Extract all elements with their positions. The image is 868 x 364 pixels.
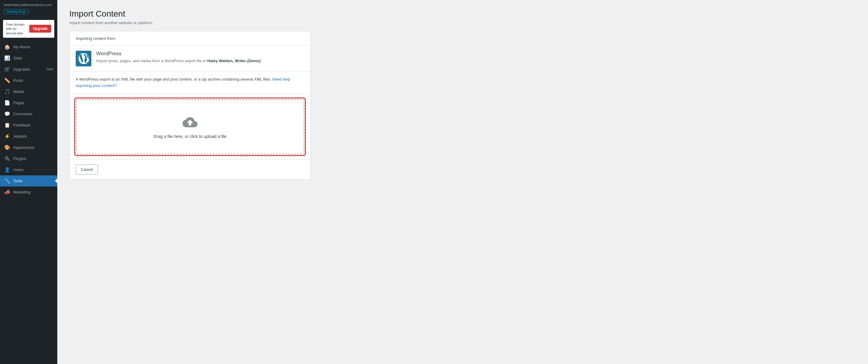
sidebar-item-pages[interactable]: 📄Pages xyxy=(0,97,57,108)
importing-from-section: Importing content from: xyxy=(70,31,310,46)
sidebar-item-media[interactable]: 🎵Media xyxy=(0,86,57,97)
importing-from-label: Importing content from: xyxy=(76,36,304,41)
upload-section: Drag a file here, or click to upload a f… xyxy=(70,94,310,160)
sidebar-item-stats[interactable]: 📊Stats xyxy=(0,53,57,64)
upload-text: Drag a file here, or click to upload a f… xyxy=(82,134,298,139)
actions-section: Cancel xyxy=(70,160,310,179)
cancel-button[interactable]: Cancel xyxy=(76,165,98,174)
sidebar-item-label-media: Media xyxy=(13,89,24,94)
sidebar-item-label-upgrades: Upgrades xyxy=(13,67,30,72)
sidebar-item-marketing[interactable]: 📣Marketing xyxy=(0,187,57,198)
wordpress-icon xyxy=(78,53,89,64)
plugins-icon: 🔌 xyxy=(4,156,10,162)
platform-info: WordPress Import posts, pages, and media… xyxy=(96,51,304,64)
content-card: Importing content from: WordPress Import… xyxy=(69,31,311,179)
pages-icon: 📄 xyxy=(4,100,10,106)
platform-desc-before: Import posts, pages, and media from a Wo… xyxy=(96,59,207,63)
sidebar-item-jetpack[interactable]: ⚡Jetpack xyxy=(0,131,57,142)
sidebar-item-comments[interactable]: 💬Comments xyxy=(0,108,57,119)
sidebar-item-label-my-home: My Home xyxy=(13,45,30,49)
sidebar-item-badge-upgrades: Free xyxy=(46,67,53,71)
platform-desc-bold: Haley Walden, Writer (Demo) xyxy=(207,59,260,63)
xml-info-text: A WordPress export is an XML file with y… xyxy=(76,76,304,89)
stats-icon: 📊 xyxy=(4,55,10,61)
sidebar-item-label-plugins: Plugins xyxy=(13,156,26,161)
comments-icon: 💬 xyxy=(4,111,10,117)
posts-icon: ✏️ xyxy=(4,78,10,83)
sidebar-item-label-appearance: Appearance xyxy=(13,145,34,150)
sidebar-item-label-comments: Comments xyxy=(13,112,32,116)
tools-icon: 🔧 xyxy=(4,178,10,184)
sidebar-item-posts[interactable]: ✏️Posts xyxy=(0,75,57,86)
platform-name: WordPress xyxy=(96,51,304,57)
sidebar: writerhaley.haldonwirdpress.com Coming S… xyxy=(0,0,57,364)
site-name: writerhaley.haldonwirdpress.com xyxy=(4,3,54,7)
xml-info-section: A WordPress export is an XML file with y… xyxy=(70,72,310,94)
sidebar-item-appearance[interactable]: 🎨Appearance xyxy=(0,142,57,153)
sidebar-top: writerhaley.haldonwirdpress.com Coming S… xyxy=(0,0,57,18)
sidebar-item-upgrades[interactable]: 🛒UpgradesFree xyxy=(0,64,57,75)
platform-row: WordPress Import posts, pages, and media… xyxy=(70,46,310,72)
my-home-icon: 🏠 xyxy=(4,44,10,50)
wordpress-logo xyxy=(76,51,91,66)
sidebar-item-feedback[interactable]: 📋Feedback xyxy=(0,119,57,131)
sidebar-item-label-pages: Pages xyxy=(13,101,25,105)
upgrade-banner: Free domain with an annual plan Upgrade xyxy=(3,20,54,38)
sidebar-item-tools[interactable]: 🔧Tools xyxy=(0,175,57,187)
platform-desc-after: . xyxy=(260,59,262,63)
sidebar-item-label-marketing: Marketing xyxy=(13,190,30,194)
page-subtitle: Import content from another website or p… xyxy=(69,21,856,25)
main-content: Import Content Import content from anoth… xyxy=(57,0,868,364)
sidebar-item-label-posts: Posts xyxy=(13,78,23,83)
upgrade-text: Free domain with an annual plan xyxy=(6,22,27,35)
coming-soon-badge: Coming Soon xyxy=(4,9,29,14)
sidebar-item-label-tools: Tools xyxy=(13,179,22,183)
media-icon: 🎵 xyxy=(4,89,10,94)
sidebar-item-my-home[interactable]: 🏠My Home xyxy=(0,41,57,53)
jetpack-icon: ⚡ xyxy=(4,133,10,139)
sidebar-nav: 🏠My Home📊Stats🛒UpgradesFree✏️Posts🎵Media… xyxy=(0,40,57,364)
marketing-icon: 📣 xyxy=(4,189,10,195)
sidebar-item-label-users: Users xyxy=(13,168,24,172)
upload-dropzone[interactable]: Drag a file here, or click to upload a f… xyxy=(76,99,304,155)
appearance-icon: 🎨 xyxy=(4,145,10,150)
upgrade-button[interactable]: Upgrade xyxy=(29,25,51,33)
platform-description: Import posts, pages, and media from a Wo… xyxy=(96,58,304,64)
page-title: Import Content xyxy=(69,9,856,19)
upgrades-icon: 🛒 xyxy=(4,66,10,72)
users-icon: 👤 xyxy=(4,167,10,173)
sidebar-item-users[interactable]: 👤Users xyxy=(0,164,57,175)
sidebar-item-plugins[interactable]: 🔌Plugins xyxy=(0,153,57,164)
cloud-upload-icon xyxy=(183,115,197,130)
sidebar-item-label-feedback: Feedback xyxy=(13,123,30,128)
sidebar-item-label-stats: Stats xyxy=(13,56,22,60)
feedback-icon: 📋 xyxy=(4,122,10,128)
sidebar-item-label-jetpack: Jetpack xyxy=(13,134,27,139)
xml-info-text-before: A WordPress export is an XML file with y… xyxy=(76,77,272,82)
